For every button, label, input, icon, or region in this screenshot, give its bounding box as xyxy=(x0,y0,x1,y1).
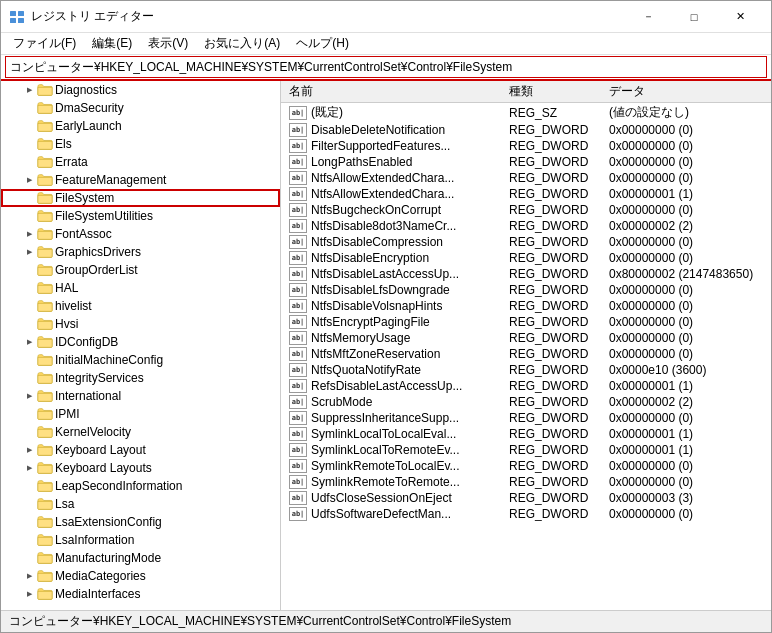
expand-icon[interactable] xyxy=(21,100,37,116)
tree-item-els[interactable]: Els xyxy=(1,135,280,153)
tree-item-graphicsdrivers[interactable]: ▶ GraphicsDrivers xyxy=(1,243,280,261)
expand-icon[interactable]: ▶ xyxy=(21,172,37,188)
tree-item-lsainformation[interactable]: LsaInformation xyxy=(1,531,280,549)
menu-edit[interactable]: 編集(E) xyxy=(84,33,140,54)
expand-icon[interactable] xyxy=(21,298,37,314)
expand-icon[interactable]: ▶ xyxy=(21,460,37,476)
menu-file[interactable]: ファイル(F) xyxy=(5,33,84,54)
col-data[interactable]: データ xyxy=(601,81,771,103)
expand-icon[interactable]: ▶ xyxy=(21,244,37,260)
expand-icon[interactable] xyxy=(21,496,37,512)
expand-icon[interactable]: ▶ xyxy=(21,568,37,584)
table-row[interactable]: ab|SymlinkLocalToLocalEval...REG_DWORD0x… xyxy=(281,426,771,442)
table-row[interactable]: ab|RefsDisableLastAccessUp...REG_DWORD0x… xyxy=(281,378,771,394)
table-row[interactable]: ab|(既定)REG_SZ(値の設定なし) xyxy=(281,103,771,123)
tree-item-fontassoc[interactable]: ▶ FontAssoc xyxy=(1,225,280,243)
table-row[interactable]: ab|SymlinkRemoteToRemote...REG_DWORD0x00… xyxy=(281,474,771,490)
expand-icon[interactable] xyxy=(21,118,37,134)
table-row[interactable]: ab|NtfsMemoryUsageREG_DWORD0x00000000 (0… xyxy=(281,330,771,346)
tree-item-leapsecondinformation[interactable]: LeapSecondInformation xyxy=(1,477,280,495)
tree-item-keyboardlayout[interactable]: ▶ Keyboard Layout xyxy=(1,441,280,459)
table-row[interactable]: ab|SymlinkRemoteToLocalEv...REG_DWORD0x0… xyxy=(281,458,771,474)
table-row[interactable]: ab|NtfsDisableLastAccessUp...REG_DWORD0x… xyxy=(281,266,771,282)
address-input[interactable] xyxy=(5,56,767,78)
tree-item-grouporderlist[interactable]: GroupOrderList xyxy=(1,261,280,279)
expand-icon[interactable] xyxy=(21,370,37,386)
expand-icon[interactable] xyxy=(21,154,37,170)
table-row[interactable]: ab|NtfsDisableCompressionREG_DWORD0x0000… xyxy=(281,234,771,250)
tree-item-keyboardlayouts[interactable]: ▶ Keyboard Layouts xyxy=(1,459,280,477)
expand-icon[interactable] xyxy=(21,190,37,206)
tree-item-lsa[interactable]: Lsa xyxy=(1,495,280,513)
table-row[interactable]: ab|NtfsBugcheckOnCorruptREG_DWORD0x00000… xyxy=(281,202,771,218)
table-row[interactable]: ab|SymlinkLocalToRemoteEv...REG_DWORD0x0… xyxy=(281,442,771,458)
menu-view[interactable]: 表示(V) xyxy=(140,33,196,54)
expand-icon[interactable] xyxy=(21,208,37,224)
expand-icon[interactable]: ▶ xyxy=(21,586,37,602)
expand-icon[interactable] xyxy=(21,478,37,494)
table-row[interactable]: ab|NtfsDisableLfsDowngradeREG_DWORD0x000… xyxy=(281,282,771,298)
tree-item-integrityservices[interactable]: IntegrityServices xyxy=(1,369,280,387)
tree-item-errata[interactable]: Errata xyxy=(1,153,280,171)
tree-item-filesystem[interactable]: FileSystem xyxy=(1,189,280,207)
tree-item-kernelvelocity[interactable]: KernelVelocity xyxy=(1,423,280,441)
tree-item-idconfigdb[interactable]: ▶ IDConfigDB xyxy=(1,333,280,351)
tree-item-hal[interactable]: HAL xyxy=(1,279,280,297)
tree-item-mediainterfaces[interactable]: ▶ MediaInterfaces xyxy=(1,585,280,603)
table-row[interactable]: ab|UdfsCloseSessionOnEjectREG_DWORD0x000… xyxy=(281,490,771,506)
expand-icon[interactable]: ▶ xyxy=(21,82,37,98)
col-type[interactable]: 種類 xyxy=(501,81,601,103)
menu-favorites[interactable]: お気に入り(A) xyxy=(196,33,288,54)
table-row[interactable]: ab|NtfsEncryptPagingFileREG_DWORD0x00000… xyxy=(281,314,771,330)
expand-icon[interactable] xyxy=(21,316,37,332)
table-row[interactable]: ab|NtfsAllowExtendedChara...REG_DWORD0x0… xyxy=(281,186,771,202)
tree-item-lsaextensionconfig[interactable]: LsaExtensionConfig xyxy=(1,513,280,531)
expand-icon[interactable] xyxy=(21,136,37,152)
table-row[interactable]: ab|NtfsAllowExtendedChara...REG_DWORD0x0… xyxy=(281,170,771,186)
expand-icon[interactable] xyxy=(21,352,37,368)
menu-help[interactable]: ヘルプ(H) xyxy=(288,33,357,54)
tree-item-manufacturingmode[interactable]: ManufacturingMode xyxy=(1,549,280,567)
tree-item-diagnostics[interactable]: ▶ Diagnostics xyxy=(1,81,280,99)
table-row[interactable]: ab|DisableDeleteNotificationREG_DWORD0x0… xyxy=(281,122,771,138)
table-row[interactable]: ab|NtfsMftZoneReservationREG_DWORD0x0000… xyxy=(281,346,771,362)
table-row[interactable]: ab|SuppressInheritanceSupp...REG_DWORD0x… xyxy=(281,410,771,426)
table-row[interactable]: ab|LongPathsEnabledREG_DWORD0x00000000 (… xyxy=(281,154,771,170)
table-row[interactable]: ab|NtfsDisableEncryptionREG_DWORD0x00000… xyxy=(281,250,771,266)
tree-item-international[interactable]: ▶ International xyxy=(1,387,280,405)
tree-item-featuremanagement[interactable]: ▶ FeatureManagement xyxy=(1,171,280,189)
expand-icon[interactable] xyxy=(21,424,37,440)
expand-icon[interactable] xyxy=(21,262,37,278)
status-text: コンピューター¥HKEY_LOCAL_MACHINE¥SYSTEM¥Curren… xyxy=(9,613,511,630)
table-row[interactable]: ab|FilterSupportedFeatures...REG_DWORD0x… xyxy=(281,138,771,154)
tree-item-filesystemutilities[interactable]: FileSystemUtilities xyxy=(1,207,280,225)
expand-icon[interactable]: ▶ xyxy=(21,226,37,242)
tree-item-ipmi[interactable]: IPMI xyxy=(1,405,280,423)
cell-name: ab|UdfsSoftwareDefectMan... xyxy=(281,506,501,522)
table-row[interactable]: ab|ScrubModeREG_DWORD0x00000002 (2) xyxy=(281,394,771,410)
tree-item-earlylaunch[interactable]: EarlyLaunch xyxy=(1,117,280,135)
expand-icon[interactable] xyxy=(21,280,37,296)
col-name[interactable]: 名前 xyxy=(281,81,501,103)
table-row[interactable]: ab|UdfsSoftwareDefectMan...REG_DWORD0x00… xyxy=(281,506,771,522)
expand-icon[interactable] xyxy=(21,550,37,566)
tree-item-hivelist[interactable]: hivelist xyxy=(1,297,280,315)
close-button[interactable]: ✕ xyxy=(717,1,763,33)
table-row[interactable]: ab|NtfsDisable8dot3NameCr...REG_DWORD0x0… xyxy=(281,218,771,234)
tree-item-hvsi[interactable]: Hvsi xyxy=(1,315,280,333)
expand-icon[interactable] xyxy=(21,514,37,530)
expand-icon[interactable]: ▶ xyxy=(21,442,37,458)
expand-icon[interactable] xyxy=(21,532,37,548)
tree-item-initialmachineconfig[interactable]: InitialMachineConfig xyxy=(1,351,280,369)
maximize-button[interactable]: □ xyxy=(671,1,717,33)
tree-item-mediacategories[interactable]: ▶ MediaCategories xyxy=(1,567,280,585)
tree-item-dmasecurity[interactable]: DmaSecurity xyxy=(1,99,280,117)
table-row[interactable]: ab|NtfsQuotaNotifyRateREG_DWORD0x0000e10… xyxy=(281,362,771,378)
expand-icon[interactable] xyxy=(21,406,37,422)
table-row[interactable]: ab|NtfsDisableVolsnapHintsREG_DWORD0x000… xyxy=(281,298,771,314)
expand-icon[interactable]: ▶ xyxy=(21,388,37,404)
minimize-button[interactable]: － xyxy=(625,1,671,33)
tree-item-label: IDConfigDB xyxy=(55,335,118,349)
reg-value-icon: ab| xyxy=(289,347,307,361)
expand-icon[interactable]: ▶ xyxy=(21,334,37,350)
